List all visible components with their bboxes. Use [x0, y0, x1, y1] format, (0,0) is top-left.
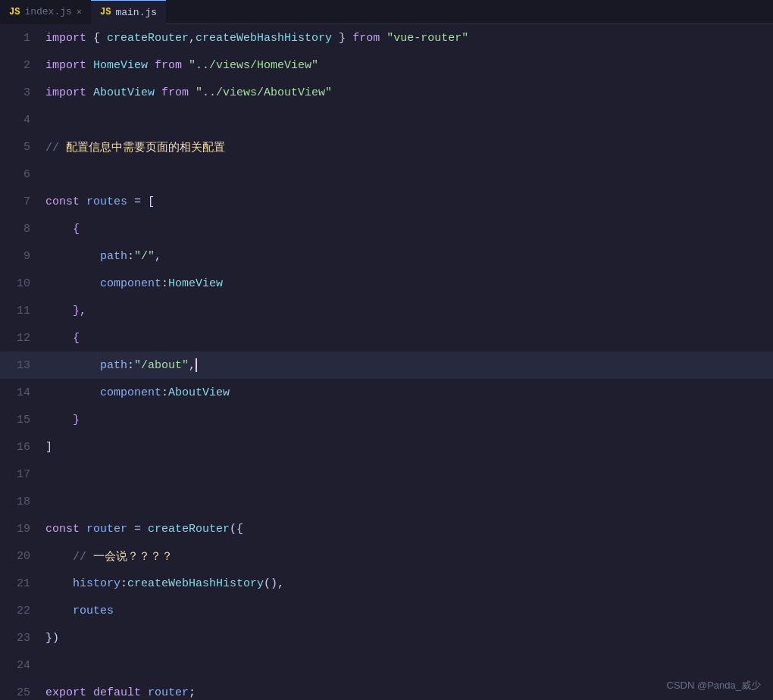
line-content-16[interactable]: ]	[42, 441, 773, 454]
line-number-17: 17	[0, 468, 42, 481]
token-cyan: createWebHashHistory	[196, 32, 332, 45]
token-green: "/"	[134, 250, 155, 263]
code-line-9: 9 path:"/",	[0, 242, 773, 270]
token-white: ,	[155, 250, 161, 263]
token-blue: component	[100, 386, 161, 399]
token-white	[45, 414, 73, 427]
token-blue: routes	[73, 605, 114, 617]
token-comment: //	[73, 551, 93, 564]
line-content-2[interactable]: import HomeView from "../views/HomeView"	[42, 59, 773, 72]
code-line-19: 19const router = createRouter({	[0, 515, 773, 542]
line-content-15[interactable]: }	[42, 414, 773, 427]
token-white: = [	[127, 195, 155, 208]
code-line-24: 24	[0, 652, 773, 679]
token-kw: const	[45, 195, 80, 208]
token-kw: default	[93, 686, 141, 699]
code-line-2: 2import HomeView from "../views/HomeView…	[0, 52, 773, 79]
code-line-7: 7const routes = [	[0, 188, 773, 215]
token-white: :	[127, 250, 134, 263]
line-content-19[interactable]: const router = createRouter({	[42, 523, 773, 536]
line-number-5: 5	[0, 141, 42, 154]
line-number-21: 21	[0, 577, 42, 590]
line-content-7[interactable]: const routes = [	[42, 195, 773, 208]
line-number-10: 10	[0, 277, 42, 290]
line-number-3: 3	[0, 86, 42, 99]
line-number-9: 9	[0, 250, 42, 263]
token-green: "../views/AboutView"	[196, 86, 332, 99]
token-white	[80, 195, 86, 208]
code-line-4: 4	[0, 106, 773, 133]
close-icon[interactable]: ✕	[77, 6, 82, 17]
token-cyan: createRouter	[107, 32, 189, 45]
line-content-8[interactable]: {	[42, 223, 773, 236]
token-white: :	[161, 386, 168, 399]
line-number-15: 15	[0, 414, 42, 427]
token-blue: path	[100, 359, 127, 372]
code-line-1: 1import { createRouter,createWebHashHist…	[0, 24, 773, 52]
code-editor: 1import { createRouter,createWebHashHist…	[0, 24, 773, 700]
line-content-1[interactable]: import { createRouter,createWebHashHisto…	[42, 32, 773, 45]
line-number-19: 19	[0, 523, 42, 536]
token-white: =	[127, 523, 148, 536]
line-content-14[interactable]: component:AboutView	[42, 386, 773, 399]
code-line-18: 18	[0, 488, 773, 515]
tab-label: main.js	[115, 7, 157, 18]
line-content-10[interactable]: component:HomeView	[42, 277, 773, 290]
token-purple: },	[73, 305, 86, 317]
line-content-11[interactable]: },	[42, 305, 773, 317]
token-blue: router	[86, 523, 127, 536]
line-number-22: 22	[0, 605, 42, 617]
line-number-6: 6	[0, 168, 42, 181]
line-content-3[interactable]: import AboutView from "../views/AboutVie…	[42, 86, 773, 99]
code-line-6: 6	[0, 161, 773, 188]
token-white	[45, 250, 100, 263]
code-line-20: 20 // 一会说？？？？	[0, 542, 773, 570]
tab-index-js[interactable]: JS index.js ✕	[0, 0, 91, 24]
token-white: ;	[189, 686, 196, 699]
code-line-21: 21 history:createWebHashHistory(),	[0, 570, 773, 597]
token-white	[80, 523, 86, 536]
line-number-20: 20	[0, 550, 42, 563]
line-content-25[interactable]: export default router;	[42, 686, 773, 699]
code-line-15: 15 }	[0, 406, 773, 433]
tab-main-js[interactable]: JS main.js	[91, 0, 166, 24]
line-content-21[interactable]: history:createWebHashHistory(),	[42, 577, 773, 590]
code-line-11: 11 },	[0, 297, 773, 324]
token-white	[45, 305, 73, 317]
token-cyan: createRouter	[148, 523, 230, 536]
line-content-9[interactable]: path:"/",	[42, 250, 773, 263]
token-comment: //	[45, 142, 66, 155]
token-blue: path	[100, 250, 127, 263]
token-kw: import	[45, 86, 86, 99]
token-green: "../views/HomeView"	[189, 59, 318, 72]
line-number-25: 25	[0, 686, 42, 699]
line-content-12[interactable]: {	[42, 332, 773, 345]
token-comment-cn: 一会说？？？？	[93, 551, 173, 564]
token-kw: import	[45, 32, 86, 45]
line-number-12: 12	[0, 332, 42, 345]
line-number-24: 24	[0, 659, 42, 672]
line-content-5[interactable]: // 配置信息中需要页面的相关配置	[42, 140, 773, 155]
token-white: (),	[264, 577, 284, 590]
token-cyan: AboutView	[168, 386, 230, 399]
line-number-11: 11	[0, 305, 42, 317]
token-white	[86, 59, 93, 72]
token-cyan: AboutView	[93, 86, 155, 99]
line-number-2: 2	[0, 59, 42, 72]
js-icon: JS	[9, 7, 20, 17]
token-white	[86, 86, 93, 99]
tab-bar: JS index.js ✕ JS main.js	[0, 0, 773, 24]
line-content-22[interactable]: routes	[42, 605, 773, 617]
watermark: CSDN @Panda_威少	[667, 679, 761, 692]
code-line-23: 23})	[0, 624, 773, 652]
token-kw: const	[45, 523, 80, 536]
token-cyan: createWebHashHistory	[127, 577, 264, 590]
token-blue: component	[100, 277, 161, 290]
token-kw: from	[155, 59, 182, 72]
token-white: {	[86, 32, 107, 45]
token-white	[182, 59, 189, 72]
line-content-20[interactable]: // 一会说？？？？	[42, 549, 773, 564]
line-content-13[interactable]: path:"/about",	[42, 358, 773, 372]
code-line-10: 10 component:HomeView	[0, 270, 773, 297]
line-content-23[interactable]: })	[42, 632, 773, 645]
